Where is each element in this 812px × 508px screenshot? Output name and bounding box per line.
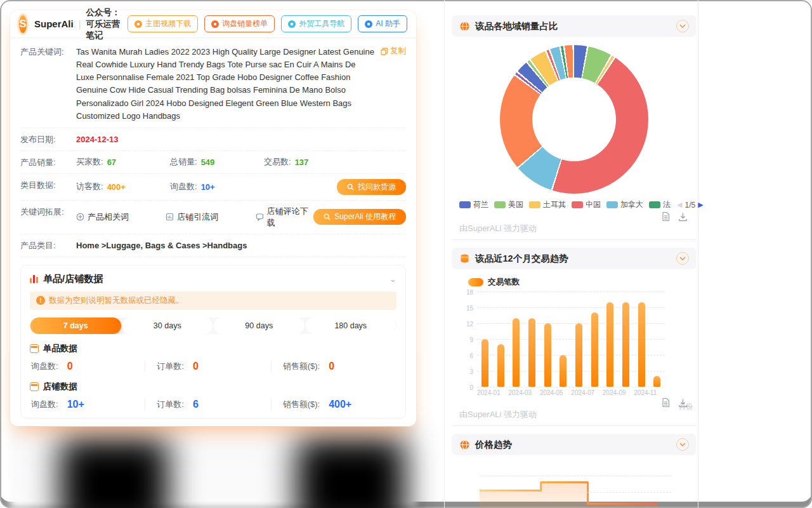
price-trend-panel: 价格趋势 353025 bbox=[452, 434, 697, 508]
collapse-chevron-icon[interactable] bbox=[676, 252, 689, 265]
transactions-value: 137 bbox=[295, 157, 309, 167]
stats-card: 单品/店铺数据 ⌄ ! 数据为空则说明暂无数据或已经隐藏。 7 days 30 … bbox=[20, 265, 406, 418]
legend-next-icon[interactable]: ▶ bbox=[698, 201, 703, 209]
pie-legend: 荷兰美国土耳其中国加拿大法国◀ 1/5 ▶ bbox=[459, 199, 689, 210]
chevron-down-icon[interactable]: ⌄ bbox=[389, 274, 396, 284]
category-path-label: 产品类目: bbox=[20, 239, 76, 251]
shop-reviews-download-link[interactable]: 店铺评论下载 bbox=[256, 206, 314, 229]
ai-assistant-button[interactable]: AI 助手 bbox=[358, 15, 407, 32]
calendar-icon bbox=[30, 382, 39, 391]
legend-item[interactable]: 美国 bbox=[494, 199, 523, 210]
bar[interactable] bbox=[493, 291, 509, 387]
shop-data-section-header: 店铺数据 bbox=[30, 381, 396, 392]
legend-item[interactable]: 法国 bbox=[649, 199, 671, 210]
shop-traffic-words-link[interactable]: 店铺引流词 bbox=[166, 211, 255, 223]
search-icon bbox=[324, 213, 331, 220]
sales-amount-value: 400+ bbox=[329, 399, 351, 410]
download-icon[interactable] bbox=[678, 212, 688, 222]
collapse-chevron-icon[interactable] bbox=[676, 20, 689, 32]
trade-tools-button[interactable]: 外贸工具导航 bbox=[281, 15, 351, 32]
bar[interactable] bbox=[618, 291, 634, 387]
bar[interactable] bbox=[524, 291, 540, 387]
x-axis-label bbox=[532, 389, 540, 396]
tutorial-button[interactable]: SuperAli 使用教程 bbox=[313, 209, 406, 225]
keywords-row: 产品关键词: Tas Wanita Murah Ladies 2022 2023… bbox=[20, 44, 406, 128]
product-data-section-header: 单品数据 bbox=[30, 343, 396, 354]
download-icon[interactable] bbox=[678, 398, 688, 408]
product-data-metrics: 询盘数:0 订单数:0 销售额($):0 bbox=[30, 361, 396, 372]
video-icon bbox=[134, 20, 142, 28]
header-buttons: 主图视频下载 询盘销量榜单 外贸工具导航 AI 助手 bbox=[128, 15, 407, 32]
report-icon[interactable] bbox=[661, 211, 671, 222]
calendar-icon bbox=[30, 344, 39, 353]
tab-7-days[interactable]: 7 days bbox=[30, 318, 121, 334]
legend-label: 交易笔数 bbox=[488, 277, 520, 288]
globe-icon bbox=[459, 21, 470, 32]
price-chart[interactable]: 353025 bbox=[480, 469, 671, 508]
coins-icon bbox=[459, 253, 470, 264]
keywords-text: Tas Wanita Murah Ladies 2022 2023 High Q… bbox=[76, 46, 381, 123]
publish-date-label: 发布日期: bbox=[20, 133, 76, 145]
shop-icon bbox=[166, 213, 174, 221]
video-download-button[interactable]: 主图视频下载 bbox=[128, 15, 198, 32]
legend-item[interactable]: 荷兰 bbox=[459, 199, 488, 210]
price-panel-header: 价格趋势 bbox=[452, 434, 697, 455]
bar[interactable] bbox=[634, 291, 650, 387]
x-axis-label bbox=[501, 389, 509, 396]
legend-item[interactable]: 中国 bbox=[572, 199, 601, 210]
inquiry-ranking-button[interactable]: 询盘销量榜单 bbox=[204, 15, 275, 32]
legend-item[interactable]: 加拿大 bbox=[606, 199, 643, 210]
blurred-product-image bbox=[297, 438, 405, 508]
report-icon[interactable] bbox=[661, 398, 671, 408]
legend-swatch bbox=[572, 201, 583, 208]
card-header: S SuperAli | 公众号：可乐运营笔记 主图视频下载 询盘销量榜单 外贸… bbox=[10, 10, 416, 38]
find-same-source-button[interactable]: 找同款货源 bbox=[337, 179, 406, 195]
legend-item[interactable]: 土耳其 bbox=[529, 199, 566, 210]
product-data-title: 单品数据 bbox=[43, 343, 77, 354]
bar[interactable] bbox=[587, 291, 603, 387]
donut-chart[interactable] bbox=[500, 45, 648, 194]
collapse-chevron-icon[interactable] bbox=[676, 438, 689, 451]
buyers-value: 67 bbox=[107, 157, 116, 167]
account-label: 公众号：可乐运营笔记 bbox=[86, 7, 123, 41]
tab-30-days[interactable]: 30 days bbox=[122, 318, 213, 334]
inquiries-label: 询盘数: bbox=[170, 181, 197, 192]
category-data-label: 类目数据: bbox=[20, 179, 76, 191]
buyers-label: 买家数: bbox=[76, 156, 103, 168]
total-sales-value: 549 bbox=[201, 157, 215, 167]
x-axis-label: 2024-03 bbox=[508, 389, 532, 396]
tab-90-days[interactable]: 90 days bbox=[214, 318, 304, 334]
compass-icon bbox=[288, 20, 296, 28]
empty-data-alert: ! 数据为空则说明暂无数据或已经隐藏。 bbox=[30, 291, 396, 310]
right-panels: 该品各地域销量占比 荷兰美国土耳其中国加拿大法国◀ 1/5 ▶ bbox=[452, 15, 697, 508]
visitors-label: 访客数: bbox=[76, 181, 103, 192]
search-icon bbox=[347, 184, 354, 190]
related-words-link[interactable]: 产品相关词 bbox=[76, 211, 166, 223]
x-axis-label: 2024-01 bbox=[477, 389, 501, 396]
product-sales-row: 产品销量: 买家数:67 总销量:549 交易数:137 bbox=[20, 151, 406, 174]
bar[interactable] bbox=[649, 291, 665, 387]
time-range-tabs: 7 days 30 days 90 days 180 days bbox=[30, 318, 396, 334]
bar[interactable] bbox=[477, 291, 493, 387]
x-axis-label: 2024-09 bbox=[603, 389, 626, 396]
bar[interactable] bbox=[508, 291, 524, 387]
region-panel-footer: 由SuperALi 强力驱动 bbox=[458, 210, 690, 236]
legend-prev-icon[interactable]: ◀ bbox=[677, 201, 682, 209]
bar-chart[interactable]: 0369121518 bbox=[477, 291, 665, 387]
bar[interactable] bbox=[540, 291, 556, 387]
powered-by-label: 由SuperALi 强力驱动 bbox=[459, 409, 688, 420]
transactions-label: 交易数: bbox=[264, 156, 291, 168]
bar[interactable] bbox=[555, 291, 571, 387]
comment-icon bbox=[256, 213, 264, 221]
bar-legend[interactable]: 交易笔数 bbox=[468, 277, 690, 288]
inquiry-count-label: 询盘数: bbox=[31, 361, 58, 372]
inquiry-count-value: 0 bbox=[67, 361, 73, 372]
copy-button[interactable]: 复制 bbox=[381, 46, 406, 57]
bar[interactable] bbox=[571, 291, 587, 387]
app-window: S SuperAli | 公众号：可乐运营笔记 主图视频下载 询盘销量榜单 外贸… bbox=[0, 0, 812, 508]
category-breadcrumb: Home >Luggage, Bags & Cases >Handbags bbox=[76, 241, 247, 250]
legend-swatch bbox=[606, 201, 618, 208]
bar[interactable] bbox=[602, 291, 618, 387]
tab-180-days[interactable]: 180 days bbox=[306, 318, 396, 334]
shop-data-title: 店铺数据 bbox=[43, 381, 77, 392]
